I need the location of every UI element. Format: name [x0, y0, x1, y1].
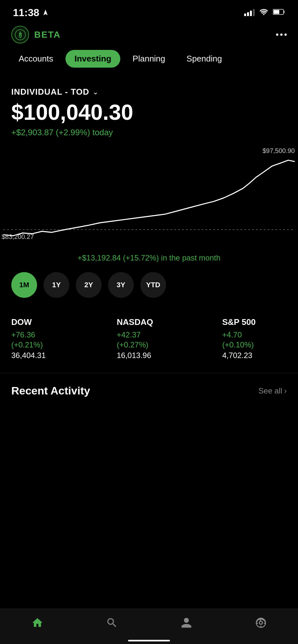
index-sp500-name: S&P 500: [222, 317, 287, 327]
tab-spending[interactable]: Spending: [177, 50, 231, 68]
nav-tabs: Accounts Investing Planning Spending: [0, 50, 298, 77]
svg-rect-2: [273, 10, 279, 14]
app-header: BETA: [0, 23, 298, 50]
home-indicator: [128, 640, 170, 641]
index-sp500: S&P 500 +4.70(+0.10%) 4,702.23: [222, 317, 287, 360]
chart-low-label: $83,200.27: [2, 233, 34, 241]
more-options-button[interactable]: [276, 33, 287, 36]
tab-planning[interactable]: Planning: [124, 50, 174, 68]
person-icon: [180, 617, 193, 632]
portfolio-chart: $97,500.90 $83,200.27: [0, 147, 298, 250]
chart-svg: [3, 147, 295, 250]
tab-accounts[interactable]: Accounts: [10, 50, 62, 68]
dollar-circle-icon: [255, 617, 267, 632]
signal-bars-icon: [244, 9, 255, 16]
time-btn-3y[interactable]: 3Y: [108, 272, 134, 298]
bottom-nav-search[interactable]: [99, 613, 124, 635]
index-dow-name: DOW: [11, 317, 76, 327]
account-title-text: INDIVIDUAL - TOD: [11, 87, 89, 97]
search-icon: [106, 617, 118, 632]
tab-investing[interactable]: Investing: [65, 50, 120, 68]
brand-logo: [11, 26, 29, 43]
chart-high-label: $97,500.90: [263, 147, 295, 155]
bottom-nav-home[interactable]: [25, 613, 50, 635]
account-section: INDIVIDUAL - TOD ⌄ $100,040.30 +$2,903.8…: [0, 77, 298, 147]
brand-name-label: BETA: [34, 30, 61, 40]
see-all-label: See all: [259, 386, 282, 395]
home-icon: [31, 617, 44, 632]
see-all-button[interactable]: See all ›: [259, 386, 287, 395]
index-nasdaq-value: 16,013.96: [117, 351, 181, 360]
chevron-down-icon: ⌄: [93, 88, 98, 96]
location-arrow-icon: [42, 9, 49, 16]
status-time: 11:38: [13, 7, 49, 19]
market-indices: DOW +76.36(+0.21%) 36,404.31 NASDAQ +42.…: [0, 311, 298, 373]
time-btn-ytd[interactable]: YTD: [140, 272, 166, 298]
account-title[interactable]: INDIVIDUAL - TOD ⌄: [11, 87, 287, 97]
bottom-nav: [0, 609, 298, 644]
recent-activity-title: Recent Activity: [11, 384, 90, 397]
status-bar: 11:38: [0, 0, 298, 23]
wifi-icon: [259, 8, 268, 17]
index-nasdaq-name: NASDAQ: [117, 317, 181, 327]
time-btn-2y[interactable]: 2Y: [76, 272, 102, 298]
index-dow-value: 36,404.31: [11, 351, 76, 360]
svg-rect-1: [283, 11, 285, 13]
brand-logo-icon: [15, 29, 26, 41]
time-display: 11:38: [13, 7, 39, 19]
time-btn-1y[interactable]: 1Y: [44, 272, 69, 298]
period-change: +$13,192.84 (+15.72%) in the past month: [0, 253, 298, 262]
time-range-selector: 1M 1Y 2Y 3Y YTD: [0, 272, 298, 311]
status-icons: [244, 8, 285, 17]
index-sp500-value: 4,702.23: [222, 351, 287, 360]
battery-icon: [273, 8, 285, 17]
chevron-right-icon: ›: [284, 386, 287, 395]
index-sp500-change: +4.70(+0.10%): [222, 330, 287, 350]
index-nasdaq: NASDAQ +42.37(+0.27%) 16,013.96: [117, 317, 181, 360]
account-value: $100,040.30: [11, 100, 287, 124]
index-dow-change: +76.36(+0.21%): [11, 330, 76, 350]
bottom-nav-account[interactable]: [174, 613, 199, 635]
svg-point-3: [15, 30, 25, 40]
index-nasdaq-change: +42.37(+0.27%): [117, 330, 181, 350]
bottom-nav-transfer[interactable]: [248, 613, 273, 635]
index-dow: DOW +76.36(+0.21%) 36,404.31: [11, 317, 76, 360]
time-btn-1m[interactable]: 1M: [11, 272, 37, 298]
brand: BETA: [11, 26, 61, 43]
account-change: +$2,903.87 (+2.99%) today: [11, 128, 287, 137]
recent-activity-section: Recent Activity See all ›: [0, 373, 298, 408]
